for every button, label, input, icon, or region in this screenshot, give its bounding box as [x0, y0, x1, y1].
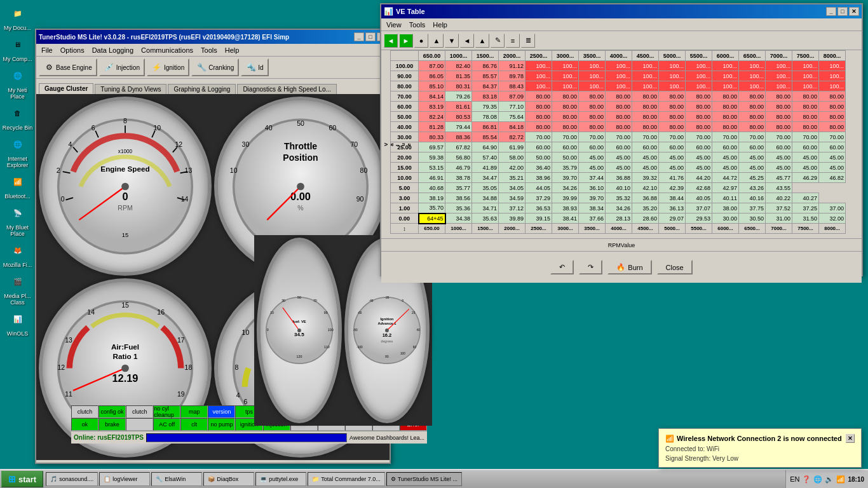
ve-table-cell[interactable]: 82.40: [445, 61, 472, 71]
ve-table-cell[interactable]: 80.00: [526, 122, 552, 132]
ve-table-cell[interactable]: 100...: [686, 61, 712, 71]
ve-table-cell[interactable]: 80.00: [579, 102, 606, 112]
taskbar-total-commander[interactable]: 📁 Total Commander 7.0...: [308, 472, 385, 486]
ve-table-cell[interactable]: 46.91: [419, 173, 445, 183]
ve-table-cell[interactable]: 85.57: [472, 71, 499, 81]
ve-table-cell[interactable]: 80.00: [739, 122, 766, 132]
ve-table-cell[interactable]: 80.00: [739, 102, 766, 112]
notification-close-button[interactable]: ✕: [846, 434, 855, 443]
ve-table-cell[interactable]: 37.07: [686, 203, 712, 214]
ve-table-cell[interactable]: 77.10: [499, 102, 526, 112]
ve-table-cell[interactable]: 34.59: [499, 193, 526, 203]
ve-table-cell[interactable]: 100...: [819, 81, 846, 92]
taskbar-elsawin[interactable]: 🔧 ElsaWin: [151, 472, 202, 486]
ve-table-cell[interactable]: 70.00: [579, 132, 606, 142]
ve-table-cell[interactable]: 81.61: [445, 102, 472, 112]
ve-table-cell[interactable]: 40.22: [766, 193, 792, 203]
ve-table-cell[interactable]: 82.24: [419, 112, 445, 122]
ve-table-cell[interactable]: 40.05: [686, 193, 712, 203]
desktop-icon-recycle-bin[interactable]: 🗑 Recycle Bin: [1, 103, 34, 131]
ve-table-cell[interactable]: 45.00: [739, 152, 766, 163]
desktop-icon-winols[interactable]: 📊 WinOLS: [1, 309, 34, 337]
ve-table-cell[interactable]: 45.00: [686, 163, 712, 173]
ve-table-cell[interactable]: 80.00: [792, 112, 819, 122]
ve-table-cell[interactable]: 38.78: [445, 173, 472, 183]
ve-table-cell[interactable]: 60.00: [632, 142, 659, 152]
ve-table-cell[interactable]: 100...: [739, 81, 766, 92]
ve-table-cell[interactable]: 36.88: [606, 173, 632, 183]
ve-table-scroll[interactable]: 650.001000...1500...2000...2500...3000..…: [390, 50, 862, 238]
ve-table-cell[interactable]: 100...: [606, 61, 632, 71]
ve-table-cell[interactable]: 78.08: [472, 112, 499, 122]
menu-file[interactable]: File: [37, 46, 57, 55]
ve-table-cell[interactable]: 100...: [632, 61, 659, 71]
ve-table-cell[interactable]: 60.00: [552, 142, 579, 152]
ve-table-cell[interactable]: 84.37: [472, 81, 499, 92]
ve-table-cell[interactable]: 81.35: [445, 71, 472, 81]
ve-table-cell[interactable]: 85.10: [419, 81, 445, 92]
ve-table-cell[interactable]: 80.00: [659, 122, 686, 132]
ve-maximize-button[interactable]: □: [837, 7, 848, 16]
ve-table-cell[interactable]: 84.18: [499, 122, 526, 132]
ve-table-cell[interactable]: 34.05: [499, 183, 526, 193]
ve-table-cell[interactable]: 35.05: [472, 183, 499, 193]
ve-table-cell[interactable]: 60.00: [526, 142, 552, 152]
ve-table-cell[interactable]: 61.99: [499, 142, 526, 152]
ve-table-cell[interactable]: 38.93: [552, 203, 579, 214]
ve-table-cell[interactable]: 67.82: [445, 142, 472, 152]
ve-table-cell[interactable]: 80.00: [552, 102, 579, 112]
ve-table-cell[interactable]: 70.00: [739, 132, 766, 142]
ve-tool-prev[interactable]: ◄: [460, 34, 474, 48]
ve-table-cell[interactable]: 86.05: [419, 71, 445, 81]
ve-table-cell[interactable]: 29.07: [659, 214, 686, 224]
ve-table-cell[interactable]: 45.00: [712, 163, 739, 173]
ve-table-cell[interactable]: 70.00: [552, 132, 579, 142]
ve-table-cell[interactable]: 80.00: [712, 112, 739, 122]
ve-table-cell[interactable]: 70.00: [526, 132, 552, 142]
ve-table-cell[interactable]: 42.97: [712, 183, 739, 193]
ve-table-cell[interactable]: 100...: [686, 71, 712, 81]
tray-network-icon[interactable]: 🌐: [813, 475, 822, 484]
ve-table-cell[interactable]: 100...: [579, 61, 606, 71]
ve-table-cell[interactable]: 75.64: [499, 112, 526, 122]
ve-table-cell[interactable]: 87.09: [499, 92, 526, 102]
ve-table-cell[interactable]: 40.16: [739, 193, 766, 203]
taskbar-logviewer[interactable]: 📋 logViewer: [99, 472, 150, 486]
ve-table-cell[interactable]: 100...: [552, 71, 579, 81]
ve-table-cell[interactable]: 39.99: [552, 193, 579, 203]
ve-table-cell[interactable]: 45.00: [659, 163, 686, 173]
ve-table-cell[interactable]: 80.00: [659, 102, 686, 112]
ve-table-cell[interactable]: 88.36: [445, 132, 472, 142]
ve-table-cell[interactable]: 45.25: [739, 173, 766, 183]
ve-table-cell[interactable]: 60.00: [792, 142, 819, 152]
ve-table-cell[interactable]: 43.26: [739, 183, 766, 193]
ve-table-cell[interactable]: 80.00: [579, 92, 606, 102]
ve-table-cell[interactable]: 100...: [739, 61, 766, 71]
ve-table-cell[interactable]: 81.28: [419, 122, 445, 132]
desktop-icon-my-bluetooth[interactable]: 📡 My Bluet Place: [1, 203, 34, 237]
ve-tool-uparrow[interactable]: ▲: [475, 34, 489, 48]
ve-table-cell[interactable]: 86.76: [472, 61, 499, 71]
ve-table-cell[interactable]: 100...: [712, 61, 739, 71]
ve-table-cell[interactable]: 80.00: [632, 92, 659, 102]
ve-table-cell[interactable]: 100...: [552, 61, 579, 71]
ve-table-cell[interactable]: 80.00: [792, 92, 819, 102]
ve-table-cell[interactable]: 80.00: [712, 122, 739, 132]
ve-tool-up[interactable]: ▲: [430, 34, 444, 48]
ve-table-cell[interactable]: 70.00: [792, 132, 819, 142]
ve-table-cell[interactable]: 39.32: [632, 173, 659, 183]
ve-table-cell[interactable]: 100...: [766, 71, 792, 81]
ve-table-cell[interactable]: 80.00: [526, 112, 552, 122]
ve-table-cell[interactable]: 53.15: [419, 163, 445, 173]
ve-menu-help[interactable]: Help: [429, 20, 451, 29]
ve-table-cell[interactable]: 40.68: [419, 183, 445, 193]
ve-table-cell[interactable]: 89.78: [499, 71, 526, 81]
ve-table-cell[interactable]: 100...: [526, 61, 552, 71]
menu-tools[interactable]: Tools: [197, 46, 221, 55]
ve-table-cell[interactable]: 80.00: [739, 92, 766, 102]
ve-table-cell[interactable]: 40.11: [712, 193, 739, 203]
ve-table-cell[interactable]: 59.38: [419, 152, 445, 163]
ve-table-cell[interactable]: 35.21: [499, 173, 526, 183]
ve-close-table-button[interactable]: Close: [657, 260, 693, 274]
ve-table-cell[interactable]: 60.00: [766, 142, 792, 152]
